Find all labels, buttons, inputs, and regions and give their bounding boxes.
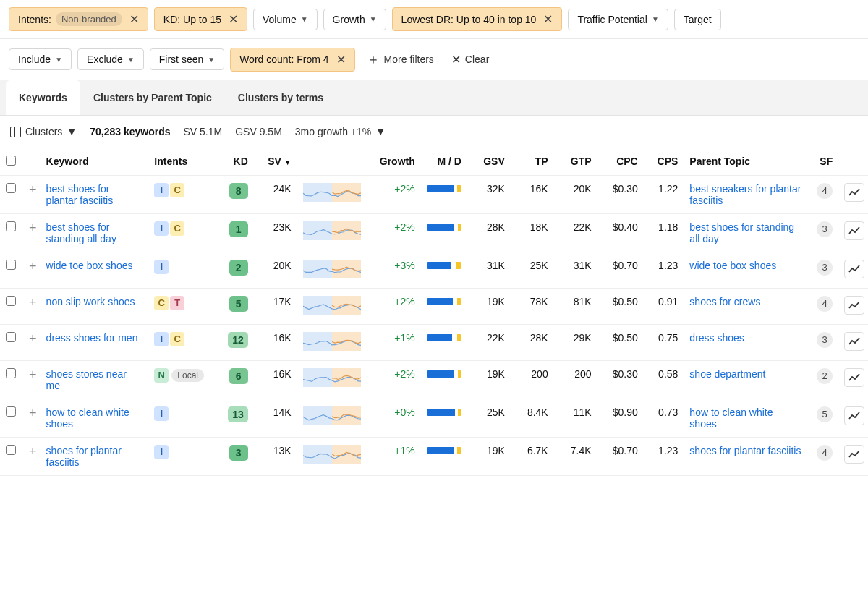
cps-cell: 1.22 [644,176,684,214]
col-keyword[interactable]: Keyword [41,148,149,176]
close-icon[interactable]: ✕ [229,12,238,26]
col-md[interactable]: M / D [421,148,467,176]
keyword-link[interactable]: best shoes for plantar fasciitis [46,183,114,206]
filter-chip[interactable]: Volume▼ [253,9,318,30]
close-icon[interactable]: ✕ [336,53,346,67]
expand-row-button[interactable]: + [27,221,38,235]
filter-chip[interactable]: Target [674,9,721,30]
cps-cell: 0.91 [644,289,684,325]
intent-badge-I: I [154,260,169,274]
trend-icon [848,301,860,310]
expand-row-button[interactable]: + [27,406,38,420]
tab[interactable]: Clusters by Parent Topic [80,80,225,115]
parent-topic-link[interactable]: best sneakers for plantar fasciitis [689,183,801,206]
keyword-link[interactable]: shoes stores near me [46,368,127,391]
intents-cell: NLocal [148,361,218,399]
col-kd[interactable]: KD [218,148,254,176]
sf-pill: 3 [817,260,833,276]
clear-filters-button[interactable]: ✕Clear [446,48,495,71]
expand-row-button[interactable]: + [27,331,38,346]
filter-chip[interactable]: Intents:Non-branded✕ [9,7,148,31]
row-checkbox[interactable] [6,296,16,306]
trend-button[interactable] [844,406,864,425]
parent-topic-link[interactable]: how to clean white shoes [689,406,773,430]
parent-topic-link[interactable]: best shoes for standing all day [689,221,794,244]
keyword-link[interactable]: wide toe box shoes [46,260,133,271]
filter-label: Growth [333,14,365,25]
close-icon[interactable]: ✕ [543,12,553,26]
intent-badge-C: C [170,183,184,197]
trend-button[interactable] [844,296,864,315]
trend-button[interactable] [844,368,864,387]
filter-label: Volume [263,14,297,25]
row-checkbox[interactable] [6,183,16,193]
keyword-link[interactable]: non slip work shoes [46,296,135,307]
tab[interactable]: Clusters by terms [225,80,336,115]
row-checkbox[interactable] [6,221,16,231]
trend-button[interactable] [844,260,864,278]
keyword-link[interactable]: shoes for plantar fasciitis [46,445,122,468]
more-filters-button[interactable]: ＋More filters [361,46,440,72]
cps-cell: 1.18 [644,214,684,252]
sv-cell: 16K [254,361,297,399]
col-growth[interactable]: Growth [371,148,420,176]
filter-chip[interactable]: KD: Up to 15✕ [154,7,247,31]
keyword-link[interactable]: dress shoes for men [46,332,138,344]
trend-button[interactable] [844,445,864,464]
col-sv[interactable]: SV ▼ [254,148,297,176]
tp-cell: 8.4K [511,399,554,438]
col-intents[interactable]: Intents [148,148,218,176]
kd-pill: 12 [228,332,248,348]
col-sf[interactable]: SF [807,148,838,176]
col-parent[interactable]: Parent Topic [684,148,807,176]
parent-topic-link[interactable]: wide toe box shoes [689,260,776,271]
parent-topic-link[interactable]: shoe department [689,368,765,380]
parent-topic-link[interactable]: shoes for crews [689,296,760,307]
keyword-link[interactable]: best shoes for standing all day [46,221,116,244]
col-tp[interactable]: TP [511,148,554,176]
trend-icon [848,373,860,382]
filter-chip[interactable]: Exclude▼ [77,48,144,70]
filter-chip[interactable]: First seen▼ [150,48,224,70]
trend-icon [848,188,860,197]
trend-button[interactable] [844,332,864,351]
expand-row-button[interactable]: + [27,367,38,382]
parent-topic-link[interactable]: shoes for plantar fasciitis [689,445,801,456]
row-checkbox[interactable] [6,406,16,417]
expand-row-button[interactable]: + [27,295,38,310]
col-gsv[interactable]: GSV [467,148,511,176]
select-all-checkbox[interactable] [6,156,16,166]
filter-chip[interactable]: Word count: From 4✕ [230,48,354,72]
intents-cell: IC [148,214,218,252]
close-icon[interactable]: ✕ [129,12,139,26]
filter-chip[interactable]: Include▼ [9,48,72,70]
table-row: + non slip work shoes CT 5 17K +2% 19K 7… [0,289,868,325]
tab[interactable]: Keywords [6,80,80,115]
filter-chip[interactable]: Traffic Potential▼ [568,9,668,30]
clusters-dropdown[interactable]: Clusters ▼ [10,126,77,137]
filter-label: Include [18,54,51,65]
row-checkbox[interactable] [6,368,16,378]
trend-icon [848,412,860,420]
filter-chip[interactable]: Lowest DR: Up to 40 in top 10✕ [392,7,563,31]
col-gtp[interactable]: GTP [554,148,597,176]
cps-cell: 1.23 [644,252,684,289]
keyword-link[interactable]: how to clean white shoes [46,406,129,430]
trend-button[interactable] [844,221,864,240]
cps-cell: 0.73 [644,399,684,438]
sv-cell: 17K [254,289,297,325]
growth-cell: +2% [371,176,420,214]
col-cps[interactable]: CPS [644,148,684,176]
expand-row-button[interactable]: + [27,259,38,273]
filter-label: Word count: From 4 [239,54,328,65]
expand-row-button[interactable]: + [27,444,38,459]
row-checkbox[interactable] [6,332,16,342]
parent-topic-link[interactable]: dress shoes [689,332,744,344]
expand-row-button[interactable]: + [27,182,38,197]
summary-growth-dropdown[interactable]: 3mo growth +1% ▼ [295,126,386,137]
row-checkbox[interactable] [6,260,16,270]
row-checkbox[interactable] [6,445,16,455]
col-cpc[interactable]: CPC [597,148,644,176]
trend-button[interactable] [844,183,864,202]
filter-chip[interactable]: Growth▼ [323,9,386,30]
